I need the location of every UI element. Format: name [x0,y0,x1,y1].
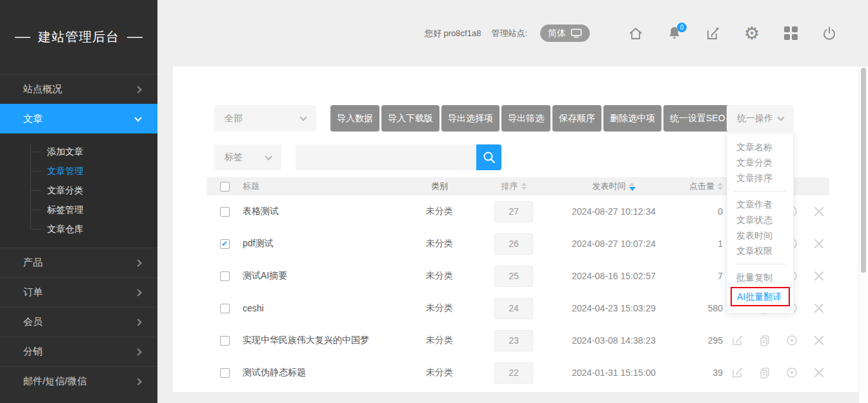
delete-icon[interactable] [812,302,825,315]
copy-icon[interactable] [758,334,771,347]
sidebar-item[interactable]: 分销 [0,337,157,366]
category-filter-select[interactable]: 全部 [214,105,316,132]
toolbar-button[interactable]: 统一设置SEO [663,105,732,132]
table-row: 实现中华民族伟大复兴的中国梦未分类232024-03-08 14:38:2329… [207,324,829,357]
search-input[interactable] [296,144,476,170]
row-sort-input[interactable]: 26 [494,233,533,255]
sidebar-item[interactable]: 邮件/短信/微信 [0,366,157,396]
row-checkbox[interactable] [220,368,230,378]
sidebar-item[interactable]: 站点概况 [0,74,157,104]
scrollbar-thumb[interactable] [861,68,866,273]
sidebar-item-label: 邮件/短信/微信 [23,375,136,388]
sidebar-subitem[interactable]: 文章管理 [0,161,157,181]
delete-icon[interactable] [812,237,825,250]
row-sort-input[interactable]: 24 [494,298,533,319]
menu-item[interactable]: AI批量翻译 [731,287,790,306]
row-checkbox[interactable] [220,239,230,249]
menu-item[interactable]: 文章状态 [727,212,793,228]
sidebar-subitem[interactable]: 文章仓库 [0,219,157,239]
sidebar-subitem[interactable]: 文章分类 [0,181,157,200]
view-icon[interactable] [785,334,798,347]
sidebar-item[interactable]: 会员 [0,307,157,337]
delete-icon[interactable] [812,366,825,379]
row-clicks: 0 [675,206,727,217]
unified-action-label: 统一操作 [737,113,773,124]
toolbar-button[interactable]: 导出选择项 [441,105,500,132]
delete-icon[interactable] [812,334,825,347]
row-checkbox[interactable] [220,271,230,281]
row-sort-input[interactable]: 22 [494,362,533,384]
col-sort[interactable]: 排序 [475,181,552,192]
sidebar-item[interactable]: 订单 [0,277,157,307]
row-category: 未分类 [404,367,475,378]
unified-action-wrap: 统一操作 文章名称文章分类文章排序文章作者文章状态发表时间文章权限批量复制AI批… [727,105,794,132]
menu-item[interactable]: 文章排序 [727,170,793,186]
row-title: ceshi [243,303,404,313]
monitor-icon [570,28,582,38]
menu-item[interactable]: 文章名称 [727,139,793,155]
row-sort-cell: 24 [475,298,552,319]
notifications-bell-icon[interactable]: 0 [666,25,683,42]
delete-icon[interactable] [812,270,825,282]
row-checkbox[interactable] [220,336,230,346]
toolbar-button[interactable]: 删除选中项 [603,105,661,132]
chevron-down-icon [134,114,141,121]
language-label: 简体 [548,28,566,39]
select-all-checkbox[interactable] [220,182,230,192]
power-icon[interactable] [821,25,838,42]
row-category: 未分类 [404,270,475,282]
unified-action-button[interactable]: 统一操作 [727,105,794,132]
grid-icon[interactable] [782,25,799,42]
row-category: 未分类 [404,206,475,217]
row-checkbox-cell [207,336,243,346]
gear-icon[interactable]: ⚙ [743,25,760,42]
toolbar-button[interactable]: 导出筛选 [501,105,550,132]
sidebar-item[interactable]: 产品 [0,248,157,277]
chevron-right-icon [134,289,141,296]
language-switch-button[interactable]: 简体 [540,25,590,42]
sidebar-item-label: 会员 [23,316,136,328]
copy-icon[interactable] [758,366,771,379]
menu-item[interactable]: 文章权限 [727,243,793,259]
toolbar-button[interactable]: 导入下载版 [381,105,439,132]
col-clicks[interactable]: 点击量 [675,181,727,192]
edit-icon[interactable] [731,334,744,347]
row-sort-input[interactable]: 27 [494,201,533,222]
sidebar-subitem[interactable]: 添加文章 [0,142,157,161]
row-category: 未分类 [404,238,475,250]
category-filter-value: 全部 [225,113,243,124]
search-button[interactable] [476,144,501,170]
edit-icon[interactable] [731,366,744,379]
menu-item[interactable]: 文章作者 [727,197,793,212]
app-window: 建站管理后台 站点概况文章添加文章文章管理文章分类标签管理文章仓库产品订单会员分… [0,0,868,403]
delete-icon[interactable] [812,205,825,218]
row-sort-input[interactable]: 23 [494,330,533,351]
toolbar-button[interactable]: 导入数据 [330,105,379,132]
home-icon[interactable] [627,25,644,42]
sidebar-item[interactable]: 文章 [0,104,157,133]
tag-filter-select[interactable]: 标签 [214,144,281,170]
chevron-right-icon [134,378,141,385]
menu-item[interactable]: 批量复制 [727,270,793,285]
row-sort-input[interactable]: 25 [494,266,533,287]
row-checkbox[interactable] [220,304,230,313]
sidebar-subitem[interactable]: 标签管理 [0,200,157,219]
row-title: pdf测试 [243,238,404,250]
menu-item[interactable]: 发表时间 [727,228,793,243]
sidebar-submenu: 添加文章文章管理文章分类标签管理文章仓库 [0,133,157,248]
menu-item[interactable]: 文章分类 [727,155,793,170]
sidebar-menu: 站点概况文章添加文章文章管理文章分类标签管理文章仓库产品订单会员分销邮件/短信/… [0,74,157,396]
row-checkbox[interactable] [220,207,230,217]
logo-dash-right [127,37,143,38]
scrollbar-track[interactable] [859,66,868,403]
row-title: 测试伪静态标题 [243,367,404,378]
row-sort-cell: 22 [475,362,552,384]
row-publish-time: 2024-08-27 10:12:34 [552,206,675,217]
edit-icon[interactable] [705,25,722,42]
col-publish-time[interactable]: 发表时间 [552,181,675,192]
toolbar-button[interactable]: 保存顺序 [552,105,601,132]
row-sort-cell: 25 [475,266,552,287]
row-clicks: 1 [675,239,727,249]
chevron-right-icon [134,319,141,326]
view-icon[interactable] [785,366,798,379]
